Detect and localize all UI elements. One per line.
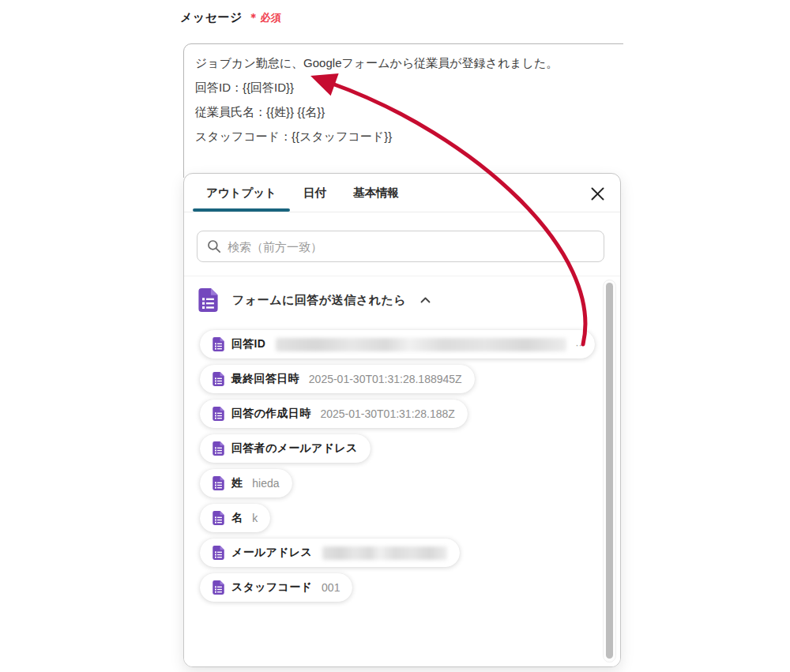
search-icon [207,239,221,253]
output-variable-last-name[interactable]: 姓 hieda [200,469,292,497]
google-forms-icon [213,511,224,525]
variable-label: スタッフコード [231,580,312,595]
google-forms-icon [198,288,218,312]
message-textarea[interactable]: ジョブカン勤怠に、Googleフォームから従業員が登録されました。 回答ID：{… [183,43,623,178]
variable-label: 回答者のメールアドレス [231,441,358,456]
message-line: ジョブカン勤怠に、Googleフォームから従業員が登録されました。 [195,51,623,75]
message-field-label: メッセージ＊必須 [180,10,281,25]
message-line: 回答ID：{{回答ID}} [195,75,623,99]
google-forms-icon [213,337,224,351]
variable-value: 2025-01-30T01:31:28.188945Z [309,373,462,385]
search-box [197,231,604,262]
scrollbar-track[interactable] [603,280,616,663]
output-picker-popup: アウトプット 日付 基本情報 フォームに回答が送信されたら [183,173,621,667]
google-forms-icon [213,580,224,595]
variable-value: hieda [252,477,279,490]
screen: メッセージ＊必須 ジョブカン勤怠に、Googleフォームから従業員が登録されまし… [0,0,790,672]
required-badge: 必須 [260,12,281,24]
google-forms-icon [213,407,224,421]
message-line: 従業員氏名：{{姓}} {{名}} [195,99,623,124]
output-variable-last-response-time[interactable]: 最終回答日時 2025-01-30T01:31:28.188945Z [200,365,475,393]
variable-label: 名 [231,511,243,525]
google-forms-icon [213,476,224,490]
variable-label: 最終回答日時 [231,372,299,386]
variable-value: k [252,512,258,524]
search-input[interactable] [228,240,594,253]
output-variable-first-name[interactable]: 名 k [200,504,270,532]
required-asterisk: ＊ [248,11,260,24]
tab-date[interactable]: 日付 [303,174,326,212]
message-textarea-clip: ジョブカン勤怠に、Googleフォームから従業員が登録されました。 回答ID：{… [183,43,623,178]
close-icon[interactable] [589,185,606,202]
redacted-value [322,546,447,560]
output-variable-respondent-email[interactable]: 回答者のメールアドレス [200,434,371,463]
trigger-section-title: フォームに回答が送信されたら [232,293,406,308]
google-forms-icon [213,546,224,560]
variable-label: 回答ID [231,337,265,351]
popup-tab-bar: アウトプット 日付 基本情報 [184,174,620,212]
output-variable-answer-id[interactable]: 回答ID ·· [200,330,595,359]
truncation-dots: ·· [575,339,582,351]
output-variable-email[interactable]: メールアドレス [200,539,460,567]
redacted-value [276,338,566,351]
output-variable-list: 回答ID ·· 最終回答日時 2025-01-30T01:31:28.18894… [200,330,595,602]
variable-value: 001 [322,581,340,594]
field-label-text: メッセージ [180,10,243,24]
output-variable-created-time[interactable]: 回答の作成日時 2025-01-30T01:31:28.188Z [200,400,468,428]
message-line: スタッフコード：{{スタッフコード}} [195,124,623,148]
tab-output[interactable]: アウトプット [206,174,276,212]
output-list-scroll-area: フォームに回答が送信されたら 回答ID ·· 最終回答日時 2025-01-30… [184,276,620,666]
tab-basic-info[interactable]: 基本情報 [353,174,399,212]
google-forms-icon [213,441,224,456]
variable-label: 回答の作成日時 [231,407,310,421]
trigger-section-header[interactable]: フォームに回答が送信されたら [198,286,431,314]
google-forms-icon [213,372,224,386]
variable-value: 2025-01-30T01:31:28.188Z [320,407,454,420]
variable-label: メールアドレス [231,546,312,560]
variable-label: 姓 [231,476,243,490]
scrollbar-thumb[interactable] [606,283,613,659]
output-variable-staff-code[interactable]: スタッフコード 001 [200,573,352,602]
chevron-up-icon[interactable] [420,297,431,303]
